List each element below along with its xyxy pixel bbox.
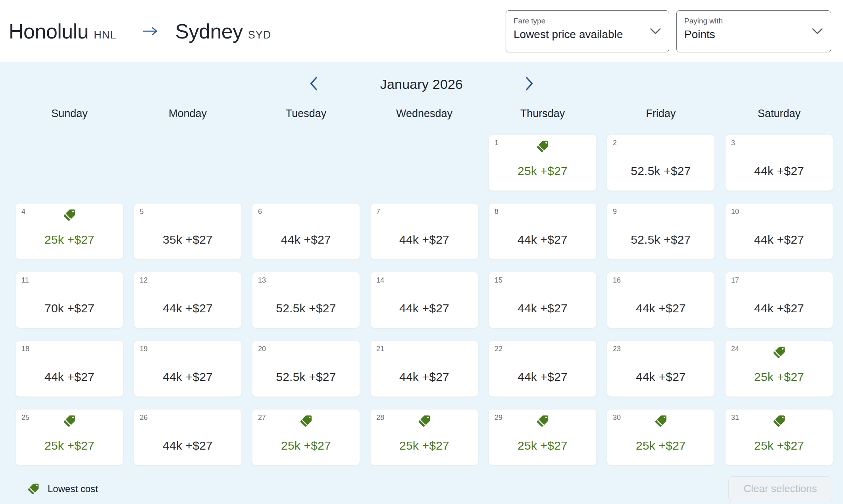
day-cell-19[interactable]: 1944k +$27 — [134, 340, 242, 397]
day-price: 25k +$27 — [489, 164, 596, 178]
day-cell-18[interactable]: 1844k +$27 — [15, 340, 123, 397]
chevron-left-icon — [310, 77, 318, 92]
day-cell-29[interactable]: 2925k +$27 — [489, 409, 597, 466]
lowest-cost-tag-icon — [299, 414, 313, 428]
day-cell-20[interactable]: 2052.5k +$27 — [252, 340, 360, 397]
origin-airport-code: HNL — [94, 29, 116, 41]
top-bar: Honolulu HNL Sydney SYD Fare type Lowest… — [0, 0, 843, 62]
day-cell-2[interactable]: 252.5k +$27 — [607, 135, 715, 191]
day-cell-30[interactable]: 3025k +$27 — [607, 409, 715, 466]
day-price: 44k +$27 — [726, 164, 833, 178]
lowest-cost-tag-icon — [772, 414, 786, 428]
day-price: 25k +$27 — [252, 439, 360, 452]
day-number: 29 — [495, 414, 502, 422]
day-cell-15[interactable]: 1544k +$27 — [489, 272, 597, 328]
day-cell-24[interactable]: 2425k +$27 — [725, 340, 833, 397]
paying-with-select[interactable]: Paying with Points — [676, 10, 831, 52]
day-price: 44k +$27 — [134, 370, 241, 384]
weekday-label-sunday: Sunday — [15, 108, 123, 120]
day-cell-10[interactable]: 1044k +$27 — [725, 203, 833, 260]
day-number: 9 — [613, 208, 617, 216]
day-number: 4 — [21, 208, 25, 216]
month-title: January 2026 — [380, 77, 463, 92]
day-cell-23[interactable]: 2344k +$27 — [607, 340, 715, 397]
day-cell-7[interactable]: 744k +$27 — [370, 203, 478, 260]
day-price: 25k +$27 — [16, 233, 123, 246]
month-navigation: January 2026 — [0, 75, 843, 93]
day-cell-13[interactable]: 1352.5k +$27 — [252, 272, 360, 328]
day-cell-3[interactable]: 344k +$27 — [725, 135, 833, 191]
day-cell-31[interactable]: 3125k +$27 — [725, 409, 833, 466]
lowest-cost-legend: Lowest cost — [27, 483, 98, 495]
day-number: 28 — [376, 414, 384, 422]
day-cell-5[interactable]: 535k +$27 — [134, 203, 242, 260]
day-cell-25[interactable]: 2525k +$27 — [15, 409, 123, 466]
day-number: 18 — [21, 345, 29, 353]
calendar-footer: Lowest cost Clear selections — [15, 476, 832, 501]
legend-label: Lowest cost — [48, 483, 98, 494]
calendar-grid: 125k +$27252.5k +$27344k +$27425k +$2753… — [15, 135, 843, 466]
fare-type-select[interactable]: Fare type Lowest price available — [506, 10, 669, 52]
fare-type-label: Fare type — [514, 17, 645, 25]
day-cell-12[interactable]: 1244k +$27 — [134, 272, 242, 328]
day-price: 52.5k +$27 — [252, 370, 360, 384]
clear-selections-button[interactable]: Clear selections — [728, 476, 832, 501]
day-cell-11[interactable]: 1170k +$27 — [15, 272, 123, 328]
weekday-label-saturday: Saturday — [725, 108, 833, 120]
lowest-cost-tag-icon — [63, 414, 76, 428]
lowest-cost-tag-icon — [772, 346, 786, 359]
origin-city: Honolulu — [9, 19, 89, 43]
prev-month-button[interactable] — [306, 75, 321, 93]
day-price: 44k +$27 — [489, 302, 596, 315]
day-cell-27[interactable]: 2725k +$27 — [252, 409, 360, 466]
lowest-cost-tag-icon — [536, 140, 549, 153]
day-cell-26[interactable]: 2644k +$27 — [134, 409, 242, 466]
day-cell-16[interactable]: 1644k +$27 — [607, 272, 715, 328]
day-cell-28[interactable]: 2825k +$27 — [370, 409, 478, 466]
day-number: 6 — [258, 208, 262, 216]
day-cell-22[interactable]: 2244k +$27 — [489, 340, 597, 397]
day-cell-17[interactable]: 1744k +$27 — [725, 272, 833, 328]
route-arrow-icon — [142, 26, 158, 37]
day-price: 44k +$27 — [489, 233, 596, 246]
day-number: 13 — [258, 276, 266, 285]
weekday-label-friday: Friday — [607, 108, 715, 120]
day-number: 15 — [495, 276, 502, 285]
day-number: 2 — [613, 139, 617, 147]
day-price: 44k +$27 — [371, 233, 478, 246]
day-number: 10 — [731, 208, 739, 216]
day-number: 24 — [731, 345, 739, 353]
day-cell-8[interactable]: 844k +$27 — [489, 203, 597, 260]
day-cell-6[interactable]: 644k +$27 — [252, 203, 360, 260]
day-price: 44k +$27 — [252, 233, 360, 246]
day-price: 44k +$27 — [489, 370, 596, 384]
day-cell-14[interactable]: 1444k +$27 — [370, 272, 478, 328]
day-price: 25k +$27 — [726, 439, 833, 452]
day-cell-4[interactable]: 425k +$27 — [15, 203, 123, 260]
chevron-down-icon — [812, 28, 823, 36]
day-number: 17 — [731, 276, 739, 285]
day-cell-9[interactable]: 952.5k +$27 — [607, 203, 715, 260]
day-number: 20 — [258, 345, 266, 353]
next-month-button[interactable] — [522, 75, 537, 93]
day-number: 3 — [731, 139, 735, 147]
chevron-right-icon — [525, 77, 533, 92]
day-number: 27 — [258, 414, 266, 422]
day-number: 1 — [495, 139, 498, 147]
day-price: 25k +$27 — [16, 439, 123, 452]
weekday-label-monday: Monday — [134, 108, 242, 120]
paying-with-value: Points — [684, 28, 807, 41]
day-cell-21[interactable]: 2144k +$27 — [370, 340, 478, 397]
fare-calendar: January 2026 SundayMondayTuesdayWednesda… — [0, 62, 843, 504]
weekday-label-thursday: Thursday — [489, 108, 597, 120]
lowest-cost-tag-icon — [27, 483, 40, 495]
day-cell-1[interactable]: 125k +$27 — [489, 135, 597, 191]
day-price: 25k +$27 — [371, 439, 478, 452]
destination-airport-code: SYD — [248, 29, 271, 41]
day-price: 44k +$27 — [134, 439, 241, 452]
day-price: 44k +$27 — [371, 370, 478, 384]
day-price: 44k +$27 — [134, 302, 241, 315]
day-price: 25k +$27 — [489, 439, 596, 452]
day-number: 14 — [376, 276, 384, 285]
lowest-cost-tag-icon — [63, 208, 76, 222]
